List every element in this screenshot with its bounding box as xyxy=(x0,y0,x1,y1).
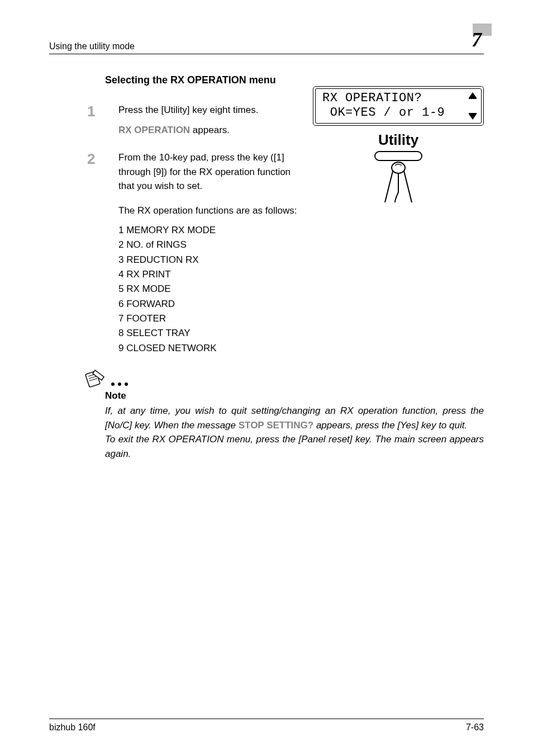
step-1-sub: RX OPERATION appears. xyxy=(118,123,258,138)
rx-func-7: 7 FOOTER xyxy=(118,311,308,326)
note-body-1b: STOP SETTING? xyxy=(239,420,313,431)
lcd-line2: OK=YES / or 1-9 xyxy=(322,106,445,120)
note-body-2: To exit the RX OPERATION menu, press the… xyxy=(105,434,484,459)
svg-point-11 xyxy=(125,382,128,386)
step-2-body: From the 10-key pad, press the key ([1] … xyxy=(118,150,308,356)
svg-marker-3 xyxy=(469,114,477,120)
finger-press-icon xyxy=(382,160,415,204)
arrow-up-icon xyxy=(469,92,477,99)
rx-func-4: 4 RX PRINT xyxy=(118,267,308,282)
header-section-title: Using the utility mode xyxy=(49,41,135,51)
note-body: If, at any time, you wish to quit settin… xyxy=(105,404,484,461)
lcd-outer: RX OPERATION? OK=YES / or 1-9 xyxy=(313,86,484,126)
step-1-sub-prefix: RX OPERATION xyxy=(118,125,190,135)
rx-func-5: 5 RX MODE xyxy=(118,282,308,296)
rx-func-9: 9 CLOSED NETWORK xyxy=(118,341,308,356)
step-1-number: 1 xyxy=(87,103,118,119)
header-chapter-number: 7 xyxy=(472,28,484,51)
section-title: Selecting the RX OPERATION menu xyxy=(105,74,484,86)
note-body-1c: appears, press the [Yes] key to quit. xyxy=(313,420,467,431)
step-2-number: 2 xyxy=(87,150,118,166)
utility-key-wrap xyxy=(313,151,484,204)
page-footer: bizhub 160f 7-63 xyxy=(49,719,484,733)
lcd-inner: RX OPERATION? OK=YES / or 1-9 xyxy=(315,88,482,124)
svg-point-9 xyxy=(111,382,115,386)
step-2-text: From the 10-key pad, press the key ([1] … xyxy=(118,150,308,193)
svg-rect-2 xyxy=(469,113,477,114)
lcd-scroll-arrows xyxy=(469,91,477,121)
utility-area: Utility xyxy=(313,131,484,204)
svg-marker-0 xyxy=(469,92,477,98)
note-block: Note If, at any time, you wish to quit s… xyxy=(85,369,484,461)
arrow-down-icon xyxy=(469,113,477,120)
utility-label: Utility xyxy=(313,131,484,149)
lcd-line1: RX OPERATION? xyxy=(322,91,445,106)
step-1-body: Press the [Utility] key eight times. RX … xyxy=(118,103,258,137)
lcd-illustration: RX OPERATION? OK=YES / or 1-9 Utility xyxy=(313,86,484,204)
rx-func-2: 2 NO. of RINGS xyxy=(118,238,308,252)
footer-right: 7-63 xyxy=(466,722,484,733)
step-2-follow: The RX operation functions are as follow… xyxy=(118,204,308,218)
svg-point-10 xyxy=(118,382,121,386)
rx-func-6: 6 FORWARD xyxy=(118,297,308,311)
rx-func-3: 3 REDUCTION RX xyxy=(118,253,308,267)
rx-func-1: 1 MEMORY RX MODE xyxy=(118,223,308,238)
page-header: Using the utility mode 7 xyxy=(49,28,484,54)
note-pen-icon xyxy=(85,369,107,388)
footer-left: bizhub 160f xyxy=(49,722,96,733)
note-dots-icon xyxy=(110,380,132,388)
note-icon-row xyxy=(85,369,484,388)
note-heading: Note xyxy=(105,390,484,401)
step-1-sub-suffix: appears. xyxy=(190,125,230,135)
svg-rect-1 xyxy=(469,98,477,99)
rx-function-list: 1 MEMORY RX MODE 2 NO. of RINGS 3 REDUCT… xyxy=(118,223,308,356)
rx-func-8: 8 SELECT TRAY xyxy=(118,326,308,341)
step-1-text: Press the [Utility] key eight times. xyxy=(118,103,258,117)
header-chapter-wrap: 7 xyxy=(472,28,484,51)
lcd-text: RX OPERATION? OK=YES / or 1-9 xyxy=(322,91,445,121)
